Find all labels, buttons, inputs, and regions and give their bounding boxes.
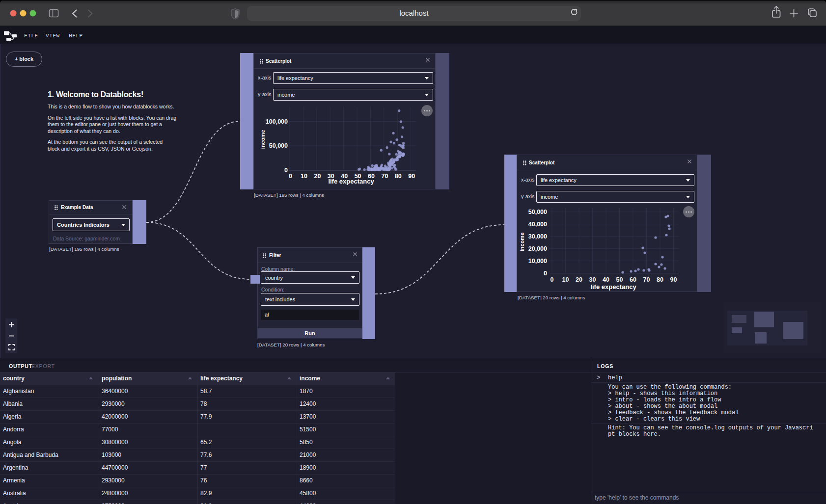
- svg-text:70: 70: [381, 173, 388, 180]
- svg-text:income: income: [260, 130, 266, 149]
- svg-text:50,000: 50,000: [528, 209, 547, 215]
- svg-text:60: 60: [630, 276, 636, 283]
- svg-text:50: 50: [616, 276, 623, 283]
- svg-text:90: 90: [670, 276, 677, 283]
- svg-text:100,000: 100,000: [266, 118, 288, 125]
- svg-text:0: 0: [284, 167, 288, 174]
- svg-text:80: 80: [657, 276, 663, 283]
- svg-text:10: 10: [301, 173, 307, 180]
- svg-text:20: 20: [314, 173, 321, 180]
- svg-text:life expectancy: life expectancy: [590, 283, 636, 291]
- svg-text:30: 30: [589, 276, 596, 283]
- svg-text:0: 0: [289, 173, 292, 180]
- svg-text:0: 0: [551, 276, 554, 283]
- svg-text:90: 90: [408, 173, 415, 180]
- svg-text:income: income: [519, 233, 525, 252]
- svg-text:40: 40: [603, 276, 609, 283]
- svg-text:20: 20: [576, 276, 582, 283]
- svg-text:40,000: 40,000: [528, 221, 547, 228]
- svg-text:30,000: 30,000: [528, 233, 547, 240]
- svg-text:life expectancy: life expectancy: [328, 178, 374, 185]
- svg-text:70: 70: [643, 276, 650, 283]
- svg-text:50,000: 50,000: [269, 142, 288, 149]
- svg-text:20,000: 20,000: [528, 245, 547, 252]
- svg-text:0: 0: [544, 270, 547, 277]
- svg-text:80: 80: [395, 173, 402, 180]
- svg-text:10: 10: [562, 276, 569, 283]
- svg-text:10,000: 10,000: [528, 258, 547, 265]
